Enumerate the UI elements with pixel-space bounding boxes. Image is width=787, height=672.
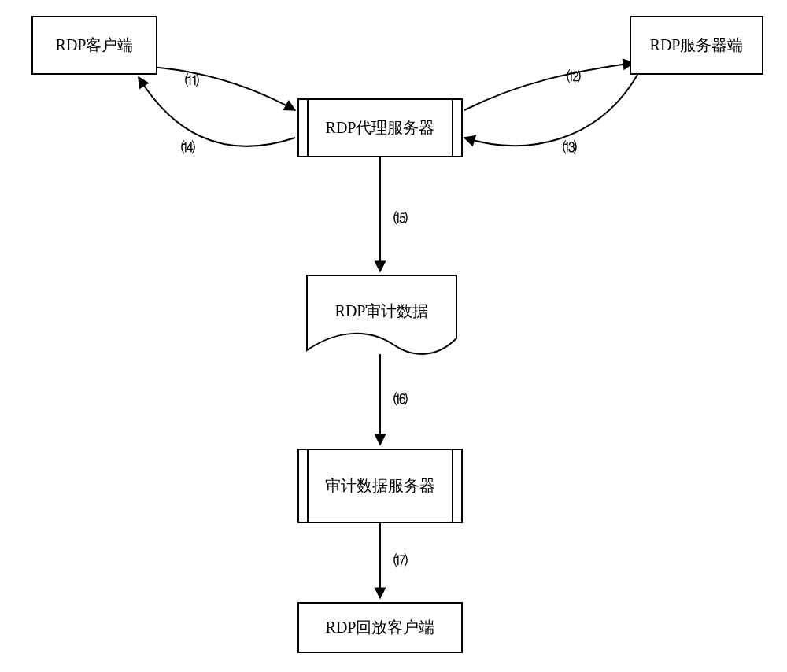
edge-13-label: ⒀ [563,138,577,157]
edge-11 [150,67,295,110]
audit-data-box: RDP审计数据 [307,275,456,346]
rdp-server-side-box: RDP服务器端 [630,16,763,75]
audit-server-label: 审计数据服务器 [325,475,435,497]
rdp-proxy-box: RDP代理服务器 [297,98,463,157]
edge-16-label: ⒃ [394,390,408,408]
rdp-playback-label: RDP回放客户端 [326,617,435,638]
audit-server-box: 审计数据服务器 [297,449,463,523]
rdp-playback-box: RDP回放客户端 [297,602,463,653]
edge-12-label: ⑿ [567,67,581,86]
rdp-client-box: RDP客户端 [31,16,157,75]
audit-data-label: RDP审计数据 [335,301,429,322]
edge-17-label: ⒄ [394,551,408,570]
edge-14 [139,77,295,146]
rdp-client-label: RDP客户端 [56,35,134,56]
edge-15-label: ⒂ [394,209,408,227]
rdp-proxy-label: RDP代理服务器 [326,117,435,138]
edge-12 [464,63,634,110]
edge-14-label: ⒁ [181,138,195,157]
edge-11-label: ⑾ [185,71,199,90]
edge-13 [464,75,637,146]
rdp-server-side-label: RDP服务器端 [650,35,744,56]
